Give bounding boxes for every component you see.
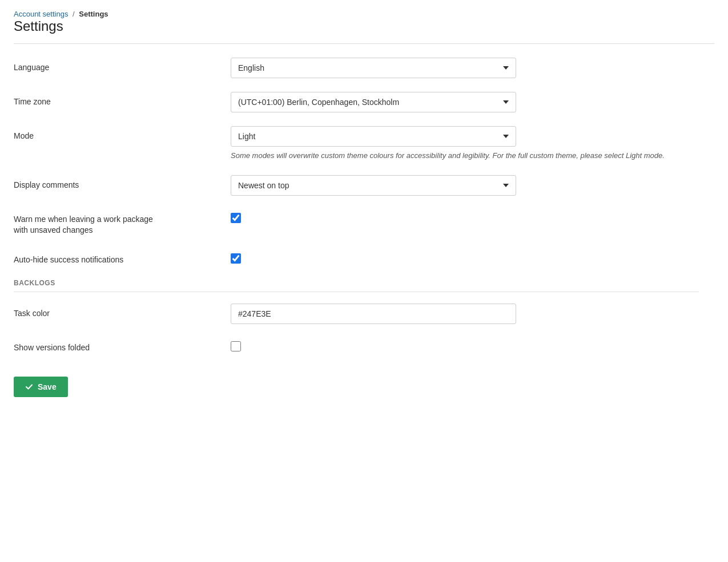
show-versions-row: Show versions folded [14, 338, 699, 354]
task-color-input[interactable] [231, 304, 516, 324]
breadcrumb: Account settings / Settings [14, 9, 714, 18]
show-versions-checkbox[interactable] [231, 341, 241, 351]
save-label: Save [38, 382, 57, 391]
display-comments-control: Newest on top Oldest on top [231, 175, 699, 196]
warn-unsaved-control [231, 209, 699, 225]
warn-unsaved-label: Warn me when leaving a work package with… [14, 209, 231, 236]
mode-row: Mode Light Dark High Contrast Some modes… [14, 126, 699, 161]
auto-hide-row: Auto-hide success notifications [14, 250, 699, 266]
language-control: English German French Spanish [231, 58, 699, 78]
auto-hide-checkbox[interactable] [231, 253, 241, 264]
timezone-row: Time zone (UTC+01:00) Berlin, Copenhagen… [14, 92, 699, 112]
timezone-label: Time zone [14, 92, 231, 108]
check-icon [25, 383, 33, 391]
page-title: Settings [14, 18, 714, 34]
backlogs-divider [14, 292, 699, 292]
display-comments-select[interactable]: Newest on top Oldest on top [231, 175, 516, 196]
mode-label: Mode [14, 126, 231, 142]
task-color-row: Task color [14, 304, 699, 324]
mode-select[interactable]: Light Dark High Contrast [231, 126, 516, 147]
save-button[interactable]: Save [14, 377, 68, 397]
auto-hide-control [231, 250, 699, 265]
timezone-select[interactable]: (UTC+01:00) Berlin, Copenhagen, Stockhol… [231, 92, 516, 112]
language-label: Language [14, 58, 231, 74]
breadcrumb-separator: / [73, 10, 75, 18]
auto-hide-label: Auto-hide success notifications [14, 250, 231, 266]
language-row: Language English German French Spanish [14, 58, 699, 78]
task-color-control [231, 304, 699, 324]
mode-hint: Some modes will overwrite custom theme c… [231, 150, 676, 161]
breadcrumb-current: Settings [79, 10, 108, 18]
show-versions-control [231, 338, 699, 353]
breadcrumb-link[interactable]: Account settings [14, 10, 68, 18]
settings-form: Language English German French Spanish T… [14, 58, 699, 397]
language-select[interactable]: English German French Spanish [231, 58, 516, 78]
display-comments-label: Display comments [14, 175, 231, 191]
task-color-label: Task color [14, 304, 231, 320]
backlogs-section-header: BACKLOGS [14, 279, 699, 292]
display-comments-row: Display comments Newest on top Oldest on… [14, 175, 699, 196]
warn-unsaved-row: Warn me when leaving a work package with… [14, 209, 699, 236]
warn-unsaved-checkbox[interactable] [231, 213, 241, 223]
backlogs-label: BACKLOGS [14, 279, 699, 292]
show-versions-label: Show versions folded [14, 338, 231, 354]
timezone-control: (UTC+01:00) Berlin, Copenhagen, Stockhol… [231, 92, 699, 112]
header-divider [14, 43, 714, 44]
mode-control: Light Dark High Contrast Some modes will… [231, 126, 699, 161]
